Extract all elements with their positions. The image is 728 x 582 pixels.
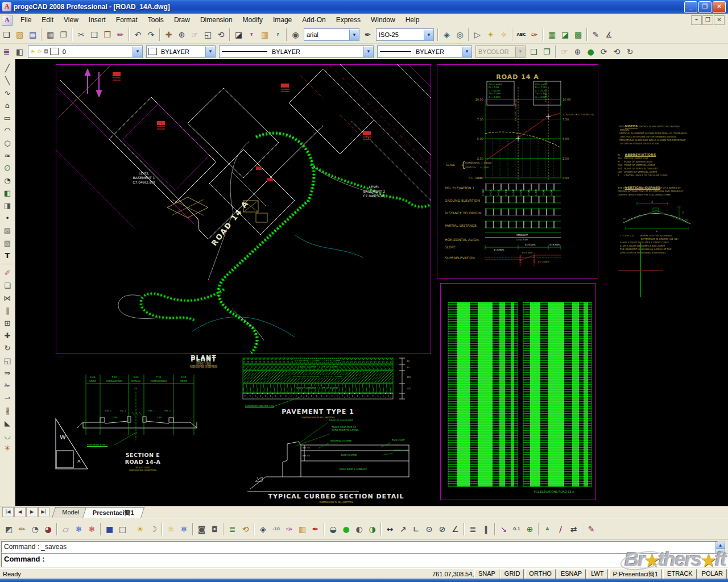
image-quality-icon[interactable]: ✑ (283, 523, 296, 535)
chevron-down-icon[interactable]: ▼ (424, 30, 433, 40)
lock-all-icon[interactable]: ◙ (195, 523, 208, 535)
copy-object-icon[interactable]: ❏ (1, 279, 14, 292)
point-icon[interactable]: • (1, 211, 14, 224)
measure-icon[interactable]: ∡ (602, 28, 615, 41)
menu-item-view[interactable]: View (59, 14, 84, 26)
chevron-down-icon[interactable]: ▼ (133, 47, 142, 57)
rotate-x-icon[interactable]: ⟳ (597, 45, 610, 58)
spline-icon[interactable]: ≈ (1, 149, 14, 161)
dim-angular-icon[interactable]: ∠ (449, 523, 462, 535)
dim-edit-icon[interactable]: ⇄ (567, 523, 580, 535)
lock-layer-icon[interactable]: ■ (103, 523, 116, 535)
menu-item-insert[interactable]: Insert (84, 14, 111, 26)
all-off-icon[interactable]: ☽ (147, 523, 160, 535)
image-adjust-icon[interactable]: -10 (270, 523, 283, 535)
plot-icon[interactable]: ▦ (44, 28, 57, 41)
publish-icon[interactable]: ◉ (289, 28, 302, 41)
render-sphere-icon[interactable]: ● (584, 45, 597, 58)
menu-item-express[interactable]: Express (331, 14, 366, 26)
layer-freeze-icon[interactable]: ❄ (72, 523, 85, 535)
command-history[interactable]: Command : _saveas (1, 541, 718, 553)
status-toggle-grid[interactable]: GRID (500, 569, 524, 580)
layer-previous-icon[interactable]: ◔ (28, 523, 42, 535)
zoom-realtime-icon[interactable]: ⊕ (175, 28, 188, 41)
extend-icon[interactable]: ⇀ (1, 392, 14, 404)
child-minimize-button[interactable]: – (691, 15, 702, 25)
move-icon[interactable]: ✚ (1, 329, 14, 342)
text-icon[interactable]: T (1, 249, 14, 261)
print-preview-icon[interactable]: ❐ (57, 28, 70, 41)
to-front-icon[interactable]: ❏ (527, 45, 540, 58)
layer-combo[interactable]: ☀ ☼ ◘ 0 ▼ (28, 45, 143, 58)
fillet-icon[interactable]: ◡ (1, 429, 14, 442)
redline-icon[interactable]: ✒ (309, 523, 322, 535)
cut-icon[interactable]: ✂ (75, 28, 88, 41)
dim-baseline-icon[interactable]: ≣ (466, 523, 479, 535)
dim-center-icon[interactable]: ◎ (453, 28, 466, 41)
paste-icon[interactable]: ❒ (101, 28, 114, 41)
prev-tab-button[interactable]: ◀ (14, 507, 26, 517)
restore-button[interactable]: ❐ (698, 1, 712, 13)
mult-freeze-icon[interactable]: ❄ (85, 523, 98, 535)
child-restore-button[interactable]: ❐ (702, 15, 713, 25)
pan-realtime-icon[interactable]: ✚ (162, 28, 175, 41)
dim-oblique-icon[interactable]: ∕ (554, 523, 567, 535)
minimize-button[interactable]: _ (684, 1, 697, 13)
layer-merge-icon[interactable]: ≣ (226, 523, 239, 535)
command-input[interactable]: Command : (1, 553, 728, 567)
dimstyle-combo[interactable]: ISO-25 ▼ (376, 28, 434, 41)
light-icon[interactable]: ✦ (484, 28, 497, 41)
layer-walk-icon[interactable]: ◕ (42, 523, 55, 535)
set-layer-current-icon[interactable]: ✏ (15, 523, 28, 535)
quick-leader-icon[interactable]: ↘ (497, 523, 510, 535)
menu-item-tools[interactable]: Tools (143, 14, 169, 26)
wall-edit-icon[interactable]: ▩ (572, 28, 585, 41)
unlock-layer-icon[interactable]: □ (116, 523, 129, 535)
layer-off-icon[interactable]: ▱ (59, 523, 72, 535)
draworder-icon[interactable]: ◪ (232, 28, 245, 41)
menu-item-window[interactable]: Window (366, 14, 400, 26)
color-combo[interactable]: BYLAYER ▼ (146, 45, 216, 58)
menu-item-format[interactable]: Format (111, 14, 143, 26)
erase-icon[interactable]: ✐ (1, 267, 14, 279)
image-attach-icon[interactable]: ◈ (257, 523, 270, 535)
lineweight-combo[interactable]: BYLAYER ▼ (377, 45, 472, 58)
zoom-window-icon[interactable]: ◱ (201, 28, 214, 41)
polygon-icon[interactable]: ⌂ (1, 99, 14, 111)
menu-item-edit[interactable]: Edit (36, 14, 59, 26)
copy-nested-icon[interactable]: ◐ (353, 523, 366, 535)
help-icon[interactable]: ? (271, 28, 284, 41)
dim-ordinate-icon[interactable]: ∟ (410, 523, 423, 535)
menu-item-add-on[interactable]: Add-On (297, 14, 330, 26)
image-icon[interactable]: ▧ (1, 236, 14, 249)
dim-continue-icon[interactable]: ‖ (479, 523, 493, 535)
line-icon[interactable]: ╱ (1, 61, 14, 74)
export-check-icon[interactable]: ◑ (366, 523, 379, 535)
all-on-icon[interactable]: ☀ (134, 523, 147, 535)
to-back-icon[interactable]: ❐ (540, 45, 553, 58)
last-tab-button[interactable]: ▶| (38, 507, 49, 517)
first-tab-button[interactable]: |◀ (2, 507, 14, 517)
drawing-canvas[interactable]: LEVEL BASEMENT 1 C7.049(2.80) LEVEL BASE… (15, 59, 728, 506)
wall-icon[interactable]: ▦ (545, 28, 559, 41)
new-file-icon[interactable]: ❏ (0, 28, 13, 41)
pan-button-icon[interactable]: ☞ (558, 45, 571, 58)
menu-item-dimension[interactable]: Dimension (195, 14, 238, 26)
status-toggle-lwt[interactable]: LWT (587, 569, 607, 580)
status-toggle-ortho[interactable]: ORTHO (525, 569, 556, 580)
zoom-button-icon[interactable]: ⊕ (571, 45, 584, 58)
thaw-all-icon[interactable]: ☼ (164, 523, 177, 535)
scale-icon[interactable]: ◱ (1, 354, 14, 367)
explode-icon[interactable]: ✳ (1, 442, 14, 454)
menu-item-image[interactable]: Image (268, 14, 297, 26)
measure-area-icon[interactable]: ◒ (326, 523, 340, 535)
layer-manager-icon[interactable]: ≣ (0, 45, 13, 58)
spell-check-icon[interactable]: ABC (515, 28, 528, 41)
close-button[interactable]: ✕ (713, 1, 726, 13)
layer-restore-icon[interactable]: ⟲ (239, 523, 252, 535)
dim-update-icon[interactable]: ✎ (585, 523, 598, 535)
menu-item-draw[interactable]: Draw (169, 14, 195, 26)
linetype-combo[interactable]: BYLAYER ▼ (219, 45, 374, 58)
dim-radius-icon[interactable]: ⊙ (423, 523, 436, 535)
stretch-icon[interactable]: ⇒ (1, 367, 14, 379)
